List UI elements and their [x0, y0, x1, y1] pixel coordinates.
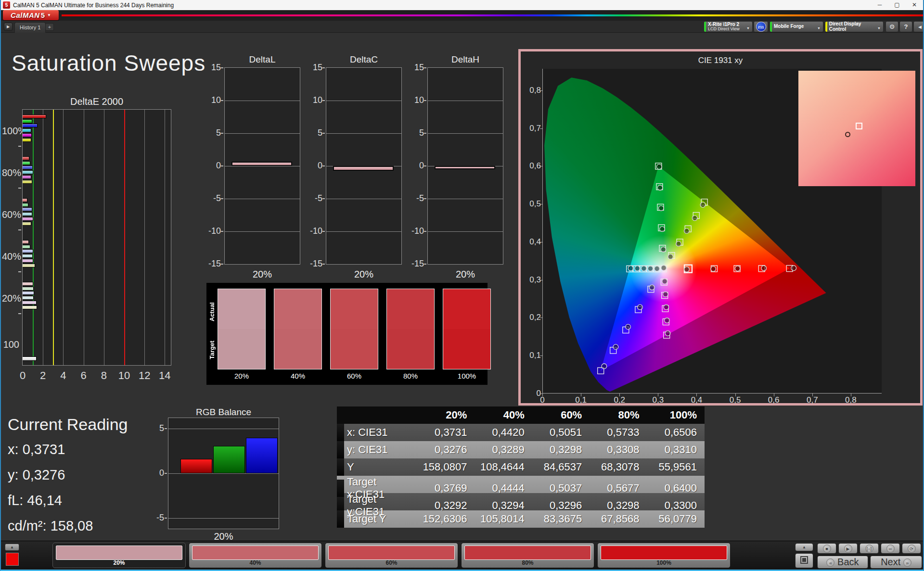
y-axis-tick	[322, 264, 325, 265]
y-tick-label: 15	[203, 63, 221, 73]
y-tick-label: -5	[203, 193, 221, 203]
rgb-bar-blue	[246, 438, 278, 473]
chart-title: DeltaC	[326, 54, 402, 65]
x-tick-label: 0,4	[691, 395, 703, 405]
y-tick-label: 10	[305, 95, 322, 105]
x-tick-label: 20%	[427, 269, 503, 280]
row-handle	[337, 458, 344, 476]
stop-button[interactable]: ■	[817, 543, 836, 554]
rgb-y-axis: 50-5	[145, 418, 166, 529]
transport-collapse-button[interactable]: ▲	[795, 543, 813, 551]
chevron-down-icon: ▼	[47, 13, 51, 17]
swatch-label: 40%	[274, 372, 322, 380]
table-cell: 0,3310	[647, 444, 705, 456]
actual-row-label: Actual	[208, 292, 216, 331]
y-tick-label: -10	[406, 226, 424, 236]
patch-window-button[interactable]	[795, 553, 813, 568]
window-title: CalMAN 5 CalMAN Ultimate for Business 24…	[13, 2, 871, 9]
help-icon[interactable]: ?	[899, 21, 912, 32]
x-tick-label: 0,3	[653, 395, 664, 405]
maximize-button[interactable]: ▢	[888, 0, 906, 10]
add-tab-button[interactable]: +	[45, 23, 54, 31]
gridline	[225, 199, 300, 199]
table-cell: 0,4444	[475, 482, 532, 495]
display-control-line1: Direct Display Control	[829, 22, 875, 32]
x-axis-tick	[735, 393, 736, 396]
x-axis-tick	[851, 393, 851, 396]
display-control-dropdown[interactable]: Direct Display Control ▼	[825, 21, 884, 32]
continuous-read-button[interactable]: ∞	[881, 543, 900, 554]
logo-version: 5	[41, 11, 45, 19]
x-tick-label: 4	[60, 369, 66, 382]
table-cell: 0,5733	[590, 426, 647, 439]
collapse-panel-icon[interactable]: ◀	[913, 21, 924, 32]
y-axis-tick	[540, 280, 543, 280]
actual-target-swatch	[218, 289, 266, 369]
tab-history-1[interactable]: History 1	[14, 22, 46, 33]
deltae-bar	[23, 138, 31, 142]
delta-bar	[435, 166, 495, 169]
next-arrow-icon: »	[903, 558, 911, 567]
y-tick-label: 40%	[2, 251, 19, 262]
play-icon: ▶	[844, 545, 852, 553]
table-cell: 83,3675	[532, 513, 590, 525]
saturation-swatch-button-20%[interactable]: 20%	[52, 543, 186, 568]
gridline	[168, 518, 279, 519]
table-cell: 0,3300	[647, 499, 705, 512]
minimize-button[interactable]: ─	[871, 0, 888, 10]
saturation-swatch-button-80%[interactable]: 80%	[461, 543, 594, 568]
target-row-label: Target	[208, 331, 216, 369]
next-button[interactable]: Next »	[870, 556, 922, 569]
gridline	[104, 110, 104, 365]
actual-target-swatch	[274, 289, 322, 369]
meter-line2: LCD Direct View	[708, 27, 740, 31]
cie-measured-point	[657, 185, 663, 190]
saturation-swatch-button-60%[interactable]: 60%	[325, 543, 458, 568]
y-axis-tick	[165, 428, 167, 429]
patch-collapse-button[interactable]: ▲	[5, 544, 19, 551]
reading-x: x: 0,3731	[8, 442, 65, 457]
back-button[interactable]: « Back	[817, 556, 868, 569]
play-button[interactable]: ▶	[838, 543, 858, 554]
deltae-bar	[23, 305, 37, 309]
y-tick-label: -10	[305, 226, 322, 236]
chart-title: RGB Balance	[168, 407, 279, 418]
column-header: 80%	[590, 409, 647, 421]
table-cell: 0,5677	[590, 482, 647, 495]
y-axis-tick	[165, 518, 167, 519]
y-axis-tick	[221, 198, 223, 199]
tab-nav-arrow-button[interactable]: ▶	[4, 23, 13, 31]
swatch-column: 40%	[274, 289, 322, 380]
refresh-icon: ⟳	[908, 545, 916, 553]
calman-logo-menu[interactable]: CalMAN 5 ▼	[3, 10, 59, 20]
source-dropdown[interactable]: Mobile Forge ▼	[770, 21, 823, 32]
reading-fl-value: 46,14	[27, 493, 62, 508]
rgb-balance-chart: RGB Balance 50-5 20%	[145, 407, 286, 539]
rainbow-gradient-strip	[62, 14, 923, 16]
cie-measured-point	[791, 266, 796, 271]
refresh-button[interactable]: ⟳	[902, 543, 921, 554]
gear-icon[interactable]: ⚙	[886, 21, 898, 32]
deltae-bar	[23, 212, 32, 216]
meter-dropdown[interactable]: X-Rite i1Pro 2 LCD Direct View ▼	[704, 21, 753, 32]
y-tick-label: 0,7	[522, 124, 541, 133]
interval-read-button[interactable]: [−]	[860, 543, 879, 554]
deltae-x-axis: 02468101214	[22, 369, 171, 382]
cie-measured-point	[692, 216, 697, 221]
chart-title: DeltaL	[224, 54, 300, 65]
row-handle	[337, 424, 344, 441]
y-tick-label: 0	[203, 161, 221, 171]
delta-y-axis: 151050-5-10-15	[305, 67, 324, 265]
deltae-bar	[23, 128, 31, 132]
y-axis-tick	[540, 166, 543, 166]
saturation-swatch-button-40%[interactable]: 40%	[189, 543, 322, 568]
cie-measured-point	[635, 266, 640, 271]
close-button[interactable]: ✕	[906, 0, 923, 10]
rgb-bar-red	[180, 459, 212, 473]
cie-measured-point	[665, 330, 670, 336]
saturation-swatch-button-100%[interactable]: 100%	[597, 543, 731, 568]
chevron-down-icon: ▼	[817, 26, 821, 30]
cie-measured-point	[658, 206, 664, 211]
reference-line	[124, 110, 125, 365]
table-row: Y158,0807108,464484,653768,307855,9561	[337, 458, 705, 476]
